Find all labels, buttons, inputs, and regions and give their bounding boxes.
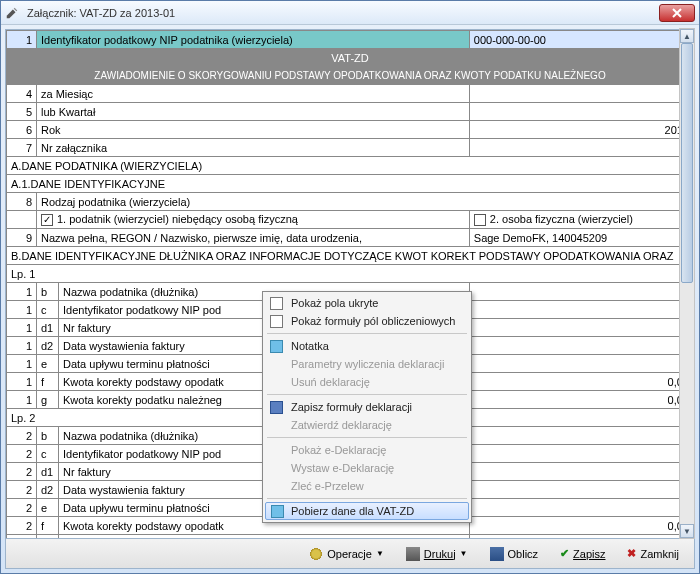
- x-icon: ✖: [627, 547, 636, 560]
- operations-button[interactable]: Operacje▼: [300, 544, 393, 564]
- option-2[interactable]: 2. osoba fizyczna (wierzyciel): [469, 211, 693, 229]
- menu-note[interactable]: Notatka: [265, 337, 469, 355]
- section-b: B.DANE IDENTYFIKACYJNE DŁUŻNIKA ORAZ INF…: [7, 247, 694, 265]
- context-menu: Pokaż pola ukryte Pokaż formuły pól obli…: [262, 291, 472, 523]
- check-icon: ✔: [560, 547, 569, 560]
- printer-icon: [406, 547, 420, 561]
- row-9[interactable]: 9Nazwa pełna, REGON / Nazwisko, pierwsze…: [7, 229, 694, 247]
- fetch-icon: [271, 505, 284, 518]
- scroll-thumb[interactable]: [681, 43, 693, 283]
- menu-params: Parametry wyliczenia deklaracji: [265, 355, 469, 373]
- menu-approve: Zatwierdź deklarację: [265, 416, 469, 434]
- toolbar: Operacje▼ Drukuj▼ Oblicz ✔Zapisz ✖Zamkni…: [6, 538, 694, 568]
- row-8-header: 8Rodzaj podatnika (wierzyciela): [7, 193, 694, 211]
- menu-save-formulas[interactable]: Zapisz formuły deklaracji: [265, 398, 469, 416]
- save-icon: [270, 401, 283, 414]
- menu-show-edek: Pokaż e-Deklarację: [265, 441, 469, 459]
- note-icon: [270, 340, 283, 353]
- row-num: 1: [7, 31, 37, 49]
- chevron-down-icon: ▼: [460, 549, 468, 558]
- menu-separator: [267, 394, 467, 395]
- section-a1: A.1.DANE IDENTYFIKACYJNE: [7, 175, 694, 193]
- row-value[interactable]: 000-000-00-00: [469, 31, 693, 49]
- menu-separator: [267, 333, 467, 334]
- gear-icon: [309, 547, 323, 561]
- menu-send-edek: Wystaw e-Deklarację: [265, 459, 469, 477]
- row-6[interactable]: 6Rok2013: [7, 121, 694, 139]
- row-4[interactable]: 4za Miesiąc1: [7, 85, 694, 103]
- scroll-down-button[interactable]: ▼: [680, 524, 694, 538]
- row-7[interactable]: 7Nr załącznika1: [7, 139, 694, 157]
- checkbox-icon: [270, 315, 283, 328]
- menu-separator: [267, 437, 467, 438]
- menu-show-formulas[interactable]: Pokaż formuły pól obliczeniowych: [265, 312, 469, 330]
- window-title: Załącznik: VAT-ZD za 2013-01: [23, 7, 659, 19]
- row-5[interactable]: 5lub Kwartał0: [7, 103, 694, 121]
- checkbox-icon[interactable]: [474, 214, 486, 226]
- scroll-up-button[interactable]: ▲: [680, 29, 694, 43]
- banner-title: VAT-ZD: [7, 49, 694, 67]
- print-button[interactable]: Drukuj▼: [397, 544, 477, 564]
- section-a: A.DANE PODATNIKA (WIERZYCIELA): [7, 157, 694, 175]
- save-button[interactable]: ✔Zapisz: [551, 544, 614, 563]
- option-1[interactable]: ✓1. podatnik (wierzyciel) niebędący osob…: [37, 211, 470, 229]
- menu-show-hidden[interactable]: Pokaż pola ukryte: [265, 294, 469, 312]
- window-close-button[interactable]: [659, 4, 695, 22]
- menu-order-transfer: Zleć e-Przelew: [265, 477, 469, 495]
- banner-sub-row: ZAWIADOMIENIE O SKORYGOWANIU PODSTAWY OP…: [7, 67, 694, 85]
- close-icon: [672, 8, 682, 18]
- row-1[interactable]: 1 Identyfikator podatkowy NIP podatnika …: [7, 31, 694, 49]
- edit-icon: [5, 6, 19, 20]
- titlebar[interactable]: Załącznik: VAT-ZD za 2013-01: [1, 1, 699, 25]
- vertical-scrollbar[interactable]: ▲ ▼: [679, 28, 695, 539]
- menu-fetch-vatzd[interactable]: Pobierz dane dla VAT-ZD: [265, 502, 469, 520]
- row-label: Identyfikator podatkowy NIP podatnika (w…: [37, 31, 470, 49]
- menu-separator: [267, 498, 467, 499]
- checkbox-icon[interactable]: ✓: [41, 214, 53, 226]
- row-8-options: ✓1. podatnik (wierzyciel) niebędący osob…: [7, 211, 694, 229]
- banner-row: VAT-ZD: [7, 49, 694, 67]
- banner-subtitle: ZAWIADOMIENIE O SKORYGOWANIU PODSTAWY OP…: [7, 67, 694, 85]
- menu-delete: Usuń deklarację: [265, 373, 469, 391]
- calculator-icon: [490, 547, 504, 561]
- calc-button[interactable]: Oblicz: [481, 544, 548, 564]
- close-button[interactable]: ✖Zamknij: [618, 544, 688, 563]
- chevron-down-icon: ▼: [376, 549, 384, 558]
- lp-1: Lp. 1: [7, 265, 694, 283]
- checkbox-icon: [270, 297, 283, 310]
